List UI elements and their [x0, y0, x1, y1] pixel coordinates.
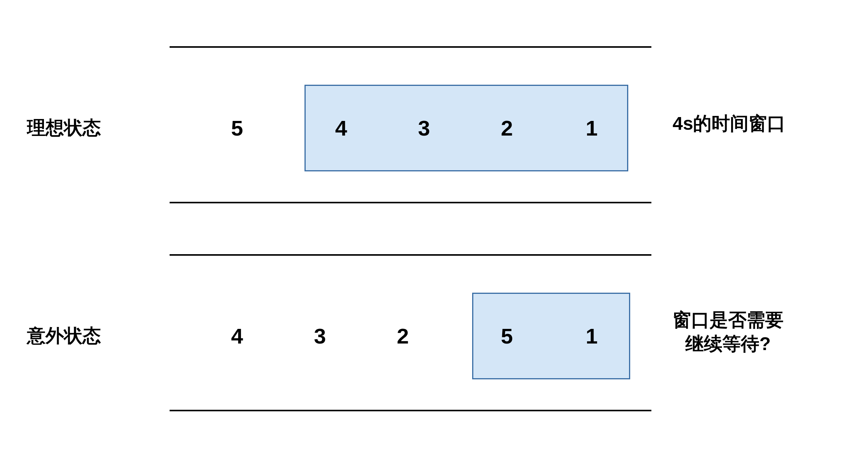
number-ideal-0: 5 — [222, 116, 252, 141]
number-unexpected-2: 2 — [387, 323, 418, 349]
right-label-line2: 继续等待? — [685, 334, 770, 354]
number-unexpected-0: 4 — [222, 323, 252, 349]
right-label-line1: 窗口是否需要 — [673, 310, 784, 330]
number-ideal-4: 1 — [576, 116, 607, 141]
number-unexpected-1: 3 — [304, 323, 335, 349]
label-ideal-state: 理想状态 — [27, 116, 101, 140]
number-ideal-1: 4 — [326, 116, 357, 141]
number-unexpected-4: 1 — [576, 323, 607, 349]
label-unexpected-state: 意外状态 — [27, 323, 101, 348]
number-ideal-3: 2 — [491, 116, 522, 141]
right-label-unexpected: 窗口是否需要 继续等待? — [673, 308, 784, 356]
number-ideal-2: 3 — [409, 116, 439, 141]
right-label-ideal: 4s的时间窗口 — [673, 112, 786, 136]
number-unexpected-3: 5 — [491, 323, 522, 349]
